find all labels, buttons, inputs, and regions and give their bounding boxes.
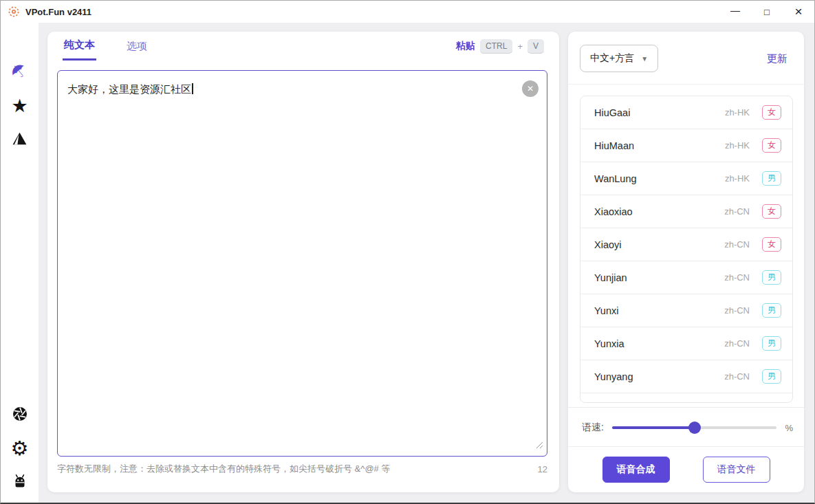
v-keycap: V: [528, 39, 544, 53]
gender-badge: 女: [762, 237, 781, 252]
editor-tab-bar: 纯文本 选项 粘贴 CTRL + V: [47, 32, 559, 61]
voice-name: WanLung: [594, 173, 725, 184]
left-sidebar: ☂ ★ ⚙: [1, 23, 39, 503]
paste-button[interactable]: 粘贴: [456, 40, 475, 52]
language-filter-dropdown[interactable]: 中文+方言 ▼: [580, 45, 658, 72]
voice-locale: zh-CN: [724, 305, 750, 316]
voice-row-xiaoxiao[interactable]: Xiaoxiao zh-CN 女: [580, 195, 792, 228]
update-link[interactable]: 更新: [767, 52, 787, 65]
speed-slider-fill: [612, 426, 695, 429]
synthesize-button[interactable]: 语音合成: [602, 457, 670, 483]
input-text: 大家好，这里是资源汇社区: [67, 83, 191, 95]
tab-plain-text[interactable]: 纯文本: [63, 32, 96, 61]
android-icon[interactable]: [1, 474, 39, 492]
speed-control: 语速: %: [582, 414, 793, 441]
gender-badge: 女: [762, 105, 781, 120]
voice-row-yunjian[interactable]: Yunjian zh-CN 男: [580, 261, 792, 294]
gender-badge: 男: [762, 303, 781, 318]
voices-header: 中文+方言 ▼ 更新: [568, 32, 804, 85]
mountain-icon[interactable]: [1, 131, 39, 149]
voice-row-wanlung[interactable]: WanLung zh-HK 男: [580, 162, 792, 195]
language-filter-value: 中文+方言: [590, 52, 634, 65]
chevron-down-icon: ▼: [641, 55, 648, 63]
text-caret: [192, 83, 193, 94]
voice-locale: zh-HK: [725, 107, 750, 118]
voice-name: Yunxia: [594, 338, 724, 349]
character-hint: 字符数无限制，注意：去除或替换文本中含有的特殊符号，如尖括号破折号 &^@# 等: [57, 463, 390, 475]
voice-locale: zh-CN: [724, 272, 750, 283]
umbrella-icon[interactable]: ☂: [1, 63, 39, 81]
voice-name: Xiaoxiao: [594, 206, 724, 217]
voice-locale: zh-HK: [725, 173, 750, 184]
voice-row-hiugaai[interactable]: HiuGaai zh-HK 女: [580, 96, 792, 129]
speed-slider[interactable]: [612, 426, 777, 429]
character-count: 12: [538, 464, 547, 474]
voice-row-hiumaan[interactable]: HiuMaan zh-HK 女: [580, 129, 792, 162]
voice-locale: zh-CN: [724, 206, 750, 217]
voice-row-yunxi[interactable]: Yunxi zh-CN 男: [580, 294, 792, 327]
gender-badge: 女: [762, 138, 781, 153]
voice-locale: zh-CN: [724, 371, 750, 382]
aperture-icon[interactable]: [1, 406, 39, 425]
gender-badge: 女: [762, 204, 781, 219]
resize-handle-icon[interactable]: [536, 438, 543, 454]
voice-row-yunyang[interactable]: Yunyang zh-CN 男: [580, 360, 792, 393]
app-logo-icon: [8, 6, 20, 18]
gender-badge: 男: [762, 270, 781, 285]
voice-locale: zh-HK: [725, 140, 750, 151]
maximize-button[interactable]: □: [751, 1, 783, 23]
text-input-area[interactable]: 大家好，这里是资源汇社区 ✕: [57, 70, 547, 457]
clear-text-icon[interactable]: ✕: [522, 80, 539, 97]
window-title: VPot.Fun v2411: [25, 7, 91, 17]
voice-name: HiuGaai: [594, 107, 725, 118]
voice-name: Yunjian: [594, 272, 724, 283]
voice-row-xiaoyi[interactable]: Xiaoyi zh-CN 女: [580, 228, 792, 261]
app-window: VPot.Fun v2411 — □ × ☂ ★: [0, 0, 815, 504]
speed-label: 语速:: [582, 421, 604, 434]
voice-locale: zh-CN: [724, 239, 750, 250]
voice-list: HiuGaai zh-HK 女 HiuMaan zh-HK 女 WanLung …: [580, 96, 793, 403]
voices-panel: 中文+方言 ▼ 更新 HiuGaai zh-HK 女 HiuMaan zh-HK…: [568, 32, 804, 492]
tab-options[interactable]: 选项: [125, 33, 149, 60]
voice-name: Yunxi: [594, 305, 724, 316]
gear-icon[interactable]: ⚙: [1, 439, 39, 459]
voice-name: Xiaoyi: [594, 239, 724, 250]
ctrl-keycap: CTRL: [480, 39, 512, 53]
voice-name: Yunyang: [594, 371, 724, 382]
voice-locale: zh-CN: [724, 338, 750, 349]
editor-footer: 字符数无限制，注意：去除或替换文本中含有的特殊符号，如尖括号破折号 &^@# 等…: [57, 463, 547, 475]
star-icon[interactable]: ★: [1, 97, 39, 116]
gender-badge: 男: [762, 369, 781, 384]
editor-panel: 纯文本 选项 粘贴 CTRL + V 大家好，这里是资源汇社区 ✕ 字符数无限制…: [47, 32, 559, 492]
voice-row-yunxia[interactable]: Yunxia zh-CN 男: [580, 327, 792, 360]
plus-separator: +: [517, 41, 523, 52]
paste-shortcut-group: 粘贴 CTRL + V: [456, 39, 544, 53]
title-bar: VPot.Fun v2411 — □ ×: [1, 1, 814, 23]
gender-badge: 男: [762, 336, 781, 351]
divider: [568, 407, 804, 408]
speed-unit: %: [785, 423, 793, 433]
voice-file-button[interactable]: 语音文件: [703, 457, 770, 483]
minimize-button[interactable]: —: [719, 1, 751, 23]
close-button[interactable]: ×: [783, 1, 814, 23]
action-buttons: 语音合成 语音文件: [568, 446, 804, 492]
voice-name: HiuMaan: [594, 140, 725, 151]
speed-slider-thumb[interactable]: [688, 421, 701, 434]
gender-badge: 男: [762, 171, 781, 186]
